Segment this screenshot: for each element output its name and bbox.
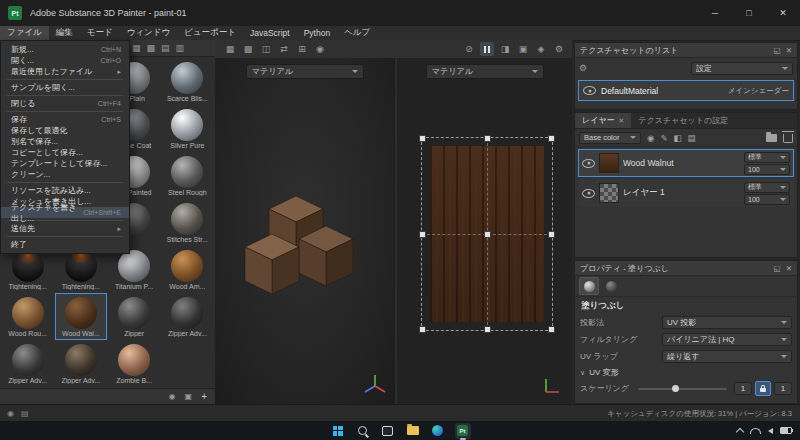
delete-layer-trash-icon[interactable] [783, 134, 793, 143]
video-icon[interactable]: ◈ [534, 42, 548, 56]
menu-item-open[interactable]: 開く...Ctrl+O [1, 55, 129, 66]
viewport-gear-icon[interactable]: ⚙ [552, 42, 566, 56]
visibility-eye-icon[interactable] [582, 159, 595, 168]
shelf-view-detail-icon[interactable]: ▥ [176, 43, 185, 53]
add-view-icon[interactable]: ⊞ [295, 42, 309, 56]
add-group-folder-icon[interactable] [766, 134, 777, 142]
menu-item-save-optimize[interactable]: 保存して最適化 [1, 125, 129, 136]
projection-dropdown[interactable]: UV 投影 [662, 316, 792, 329]
material-dropdown-3d[interactable]: マテリアル [246, 64, 364, 79]
menu-item-quit[interactable]: 終了 [1, 239, 129, 250]
add-fill-layer-icon[interactable]: ◧ [674, 133, 682, 143]
channels-mode-button[interactable] [602, 278, 620, 294]
shelf-item[interactable]: Wood Rou... [2, 293, 53, 340]
pause-engine-icon[interactable] [480, 42, 494, 56]
scale-x-field[interactable]: 1 [734, 382, 752, 395]
transform-gizmo-bounds[interactable] [421, 137, 553, 331]
channel-filter-dropdown[interactable]: Base color [579, 132, 641, 144]
task-view-button[interactable] [380, 423, 396, 439]
tab-texture-set-settings[interactable]: テクスチャセットの設定 [631, 113, 735, 128]
gizmo-handle-center[interactable] [484, 231, 491, 238]
camera-icon[interactable]: ▣ [516, 42, 530, 56]
menu-item-save[interactable]: 保存Ctrl+S [1, 114, 129, 125]
scale-y-field[interactable]: 1 [774, 382, 792, 395]
add-paint-layer-icon[interactable]: ✎ [660, 133, 667, 143]
menu-item-save-as-template[interactable]: テンプレートとして保存... [1, 158, 129, 169]
layer-row[interactable]: レイヤー 1 標準 100 [578, 179, 794, 207]
menu-item-recent-files[interactable]: 最近使用したファイル [1, 66, 129, 77]
shelf-item[interactable]: Zipper Adv... [162, 293, 213, 340]
shelf-item[interactable]: Scarce Blis... [162, 58, 213, 105]
menu-item-save-as[interactable]: 別名で保存... [1, 136, 129, 147]
undock-icon[interactable]: ◱ [774, 264, 781, 273]
menu-mode[interactable]: モード [80, 26, 120, 40]
battery-icon[interactable] [780, 427, 792, 434]
slider-handle[interactable] [672, 385, 679, 392]
menu-item-new[interactable]: 新規...Ctrl+N [1, 44, 129, 55]
menu-item-close[interactable]: 閉じるCtrl+F4 [1, 98, 129, 109]
menu-help[interactable]: ヘルプ [337, 26, 377, 40]
visibility-eye-icon[interactable] [583, 86, 596, 95]
menu-file[interactable]: ファイル [0, 26, 49, 40]
filtering-dropdown[interactable]: バイリニア法 | HQ [662, 333, 792, 346]
shelf-view-small-grid-icon[interactable]: ▩ [147, 43, 156, 53]
opacity-field[interactable]: 100 [744, 194, 790, 205]
shelf-item[interactable]: Wood Am... [162, 246, 213, 293]
material-mode-button[interactable] [579, 277, 599, 295]
blend-mode-dropdown[interactable]: 標準 [744, 182, 790, 193]
menu-window[interactable]: ウィンドウ [120, 26, 178, 40]
axis-gizmo-3d[interactable] [362, 372, 388, 398]
grid-small-icon[interactable]: ▩ [241, 42, 255, 56]
visibility-eye-icon[interactable] [582, 189, 595, 198]
shelf-view-grid-icon[interactable]: ▦ [132, 43, 141, 53]
shelf-item[interactable]: Silver Pure [162, 105, 213, 152]
status-sphere-icon[interactable]: ◉ [7, 409, 14, 418]
taskbar-search-button[interactable] [355, 423, 371, 439]
gizmo-handle-mr[interactable] [548, 231, 555, 238]
symmetry-icon[interactable]: ⇄ [277, 42, 291, 56]
uv-transform-section[interactable]: ∨ UV 変形 [575, 365, 797, 380]
preview-sphere-icon[interactable]: ◉ [169, 392, 176, 401]
menu-python[interactable]: Python [297, 26, 337, 40]
tray-expand-chevron-icon[interactable] [736, 427, 744, 435]
preview-card-icon[interactable]: ▣ [185, 392, 193, 401]
close-button[interactable]: ✕ [766, 0, 800, 26]
status-list-icon[interactable]: ▤ [21, 409, 29, 418]
menu-item-send-to[interactable]: 送信先 [1, 223, 129, 234]
wifi-icon[interactable] [750, 428, 761, 434]
split-view-icon[interactable]: ◫ [259, 42, 273, 56]
view-settings-icon[interactable]: ◉ [313, 42, 327, 56]
gizmo-handle-ml[interactable] [419, 231, 426, 238]
uv-wrap-dropdown[interactable]: 繰り返す [662, 350, 792, 363]
add-effect-icon[interactable]: ◉ [647, 133, 654, 143]
shelf-item[interactable]: Zombie B... [109, 340, 160, 387]
gear-icon[interactable]: ⚙ [579, 63, 587, 73]
tab-layers[interactable]: レイヤー ✕ [575, 113, 631, 128]
shelf-item-selected[interactable]: Wood Wal... [55, 293, 106, 340]
stencil-off-icon[interactable]: ⊘ [462, 42, 476, 56]
opacity-field[interactable]: 100 [744, 164, 790, 175]
shelf-item[interactable]: Steel Rough [162, 152, 213, 199]
volume-icon[interactable] [768, 428, 773, 434]
close-icon[interactable]: ✕ [786, 46, 792, 55]
gizmo-handle-bl[interactable] [419, 326, 426, 333]
add-smart-material-icon[interactable]: ▤ [688, 133, 696, 143]
shelf-item[interactable]: Zipper Adv... [55, 340, 106, 387]
texture-set-row-selected[interactable]: DefaultMaterial メインシェーダー [578, 80, 794, 101]
menu-item-clean[interactable]: クリーン... [1, 169, 129, 180]
blend-mode-dropdown[interactable]: 標準 [744, 152, 790, 163]
settings-dropdown[interactable]: 設定 [691, 62, 793, 75]
menu-edit[interactable]: 編集 [49, 26, 80, 40]
menu-javascript[interactable]: JavaScript [243, 26, 297, 40]
perspective-icon[interactable]: ◨ [498, 42, 512, 56]
gizmo-handle-br[interactable] [548, 326, 555, 333]
material-dropdown-2d[interactable]: マテリアル [426, 64, 544, 79]
gizmo-handle-bc[interactable] [484, 326, 491, 333]
scaling-slider[interactable] [638, 382, 727, 395]
file-explorer-button[interactable] [405, 423, 421, 439]
shelf-item[interactable]: Zipper [109, 293, 160, 340]
gizmo-handle-tl[interactable] [419, 135, 426, 142]
slider-track[interactable] [638, 388, 727, 390]
start-button[interactable] [330, 423, 346, 439]
maximize-button[interactable]: □ [732, 0, 766, 26]
